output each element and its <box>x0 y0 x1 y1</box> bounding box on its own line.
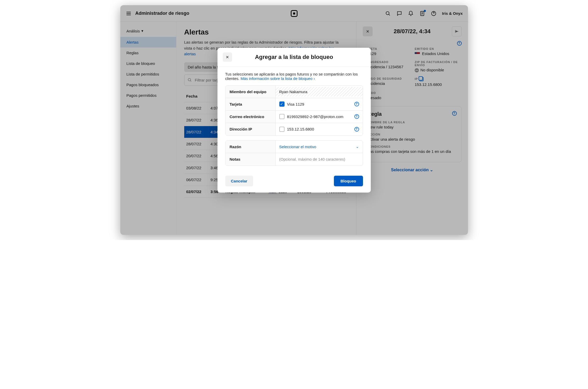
modal-ip-label: Dirección IP <box>226 123 276 135</box>
modal-description: Tus selecciones se aplicarán a los pagos… <box>225 72 363 81</box>
modal-card-label: Tarjeta <box>226 98 276 110</box>
card-checkbox[interactable]: ✓ <box>279 101 285 107</box>
reason-select[interactable]: Seleccionar el motivo ⌄ <box>276 142 363 152</box>
email-checkbox[interactable] <box>279 114 285 119</box>
modal-card-value: Visa 1129 <box>287 102 304 106</box>
ip-checkbox[interactable] <box>279 127 285 132</box>
block-button[interactable]: Bloqueo <box>334 176 363 186</box>
modal-email-label: Correo electrónico <box>226 111 276 123</box>
modal-email-value: 8199329892-2-987@proton.com <box>287 114 343 119</box>
modal-notes-label: Notas <box>226 153 276 166</box>
reason-value: Seleccionar el motivo <box>279 145 316 149</box>
help-card-icon[interactable]: ? <box>354 102 359 106</box>
notes-input[interactable]: (Opcional. máximo de 140 caracteres) <box>276 154 363 164</box>
help-ip-icon[interactable]: ? <box>354 127 359 132</box>
blocklist-modal: Agregar a la lista de bloqueo Tus selecc… <box>217 48 371 193</box>
modal-member-label: Miembro del equipo <box>226 86 276 98</box>
help-email-icon[interactable]: ? <box>354 114 359 119</box>
modal-reason-label: Razón <box>226 141 276 153</box>
modal-title: Agregar a la lista de bloqueo <box>232 54 366 60</box>
chevron-down-icon: ⌄ <box>356 144 359 149</box>
modal-member-value: Ryan Nakamura <box>276 87 363 97</box>
modal-learn-link[interactable]: Más información sobre la lista de bloque… <box>241 76 315 81</box>
modal-close-button[interactable] <box>223 52 232 62</box>
modal-ip-value: 153.12.15.6800 <box>287 127 314 131</box>
cancel-button[interactable]: Cancelar <box>225 176 253 186</box>
